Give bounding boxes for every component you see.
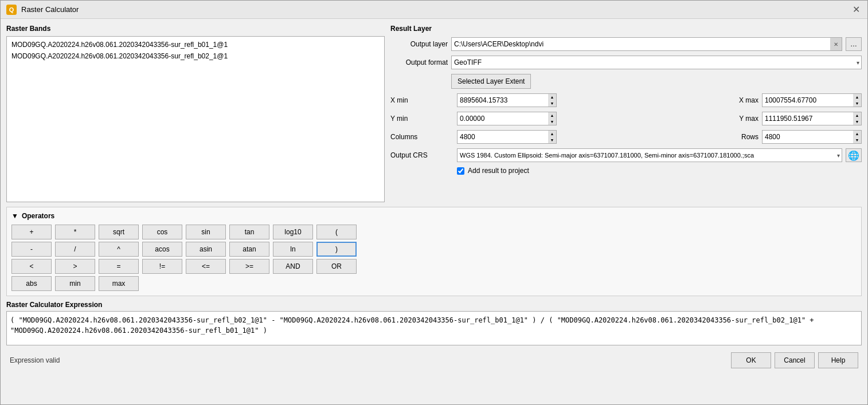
raster-bands-title: Raster Bands	[6, 25, 385, 33]
op-close-paren[interactable]: )	[316, 242, 357, 257]
y-min-down[interactable]: ▼	[548, 119, 556, 125]
titlebar-left: Q Raster Calculator	[6, 5, 79, 15]
rows-arrows: ▲ ▼	[853, 131, 861, 143]
op-tan[interactable]: tan	[229, 225, 269, 239]
x-max-input[interactable]	[763, 95, 853, 105]
operators-row-2: - / ^ acos asin atan ln )	[11, 242, 857, 257]
operators-section: ▼ Operators + * sqrt cos sin tan log10 (…	[6, 207, 862, 296]
output-crs-select[interactable]: WGS 1984. Custom Ellipsoid: Semi-major a…	[457, 148, 842, 162]
columns-arrows: ▲ ▼	[548, 131, 556, 143]
y-min-input[interactable]	[458, 113, 548, 124]
y-max-input[interactable]	[763, 113, 853, 124]
columns-down[interactable]: ▼	[548, 137, 556, 143]
help-button[interactable]: Help	[818, 352, 858, 368]
add-result-label: Add result to project	[468, 167, 529, 175]
expression-title: Raster Calculator Expression	[6, 301, 862, 309]
op-or[interactable]: OR	[316, 259, 357, 274]
op-sqrt[interactable]: sqrt	[99, 225, 139, 239]
op-eq[interactable]: =	[99, 259, 139, 274]
y-min-up[interactable]: ▲	[548, 112, 556, 119]
y-max-down[interactable]: ▼	[853, 119, 861, 125]
output-crs-row: Output CRS WGS 1984. Custom Ellipsoid: S…	[390, 148, 862, 162]
output-format-select[interactable]: GeoTIFF ERDAS Imagine NetCDF	[451, 56, 862, 69]
rows-spinbox: ▲ ▼	[762, 130, 862, 144]
op-power[interactable]: ^	[99, 242, 139, 257]
columns-up[interactable]: ▲	[548, 131, 556, 137]
output-layer-clear-button[interactable]: ✕	[830, 38, 842, 50]
output-crs-label: Output CRS	[390, 151, 453, 159]
raster-bands-list[interactable]: MOD09GQ.A2020224.h26v08.061.202034204335…	[6, 36, 385, 202]
op-multiply[interactable]: *	[55, 225, 95, 239]
op-divide[interactable]: /	[55, 242, 95, 257]
x-min-label: X min	[390, 96, 453, 104]
operators-row-4: abs min max	[11, 276, 857, 291]
op-asin[interactable]: asin	[186, 242, 226, 257]
band-item-1[interactable]: MOD09GQ.A2020224.h26v08.061.202034204335…	[9, 39, 382, 50]
cancel-button[interactable]: Cancel	[775, 352, 815, 368]
operators-title: Operators	[22, 212, 54, 220]
output-format-label: Output format	[390, 58, 448, 66]
op-min[interactable]: min	[55, 276, 95, 291]
op-minus[interactable]: -	[11, 242, 52, 257]
x-min-input[interactable]	[458, 95, 548, 105]
y-min-arrows: ▲ ▼	[548, 112, 556, 125]
output-layer-input-wrapper: ✕	[451, 37, 842, 51]
y-max-label: Y max	[695, 115, 758, 123]
op-gte[interactable]: >=	[229, 259, 269, 274]
op-log10[interactable]: log10	[273, 225, 313, 239]
status-bar: Expression valid OK Cancel Help	[6, 350, 862, 371]
globe-button[interactable]: 🌐	[846, 148, 862, 162]
op-atan[interactable]: atan	[229, 242, 269, 257]
op-sin[interactable]: sin	[186, 225, 226, 239]
op-gt[interactable]: >	[55, 259, 95, 274]
x-max-down[interactable]: ▼	[853, 100, 861, 107]
x-max-up[interactable]: ▲	[853, 94, 861, 100]
status-text: Expression valid	[10, 356, 60, 364]
columns-input[interactable]	[458, 132, 548, 142]
op-neq[interactable]: !=	[142, 259, 182, 274]
columns-label: Columns	[390, 133, 453, 141]
op-and[interactable]: AND	[273, 259, 313, 274]
rows-up[interactable]: ▲	[853, 131, 861, 137]
op-plus[interactable]: +	[11, 225, 52, 239]
x-min-arrows: ▲ ▼	[548, 94, 556, 107]
rows-label: Rows	[695, 133, 758, 141]
add-result-row: Add result to project	[390, 167, 862, 175]
op-max[interactable]: max	[99, 276, 139, 291]
output-layer-browse-button[interactable]: …	[846, 37, 862, 51]
ok-button[interactable]: OK	[731, 352, 771, 368]
op-cos[interactable]: cos	[142, 225, 182, 239]
y-max-up[interactable]: ▲	[853, 112, 861, 119]
selected-layer-extent-button[interactable]: Selected Layer Extent	[451, 74, 531, 89]
op-acos[interactable]: acos	[142, 242, 182, 257]
y-max-arrows: ▲ ▼	[853, 112, 861, 125]
window-title: Raster Calculator	[21, 5, 79, 14]
rows-down[interactable]: ▼	[853, 137, 861, 143]
x-min-down[interactable]: ▼	[548, 100, 556, 107]
band-item-2[interactable]: MOD09GQ.A2020224.h26v08.061.202034204335…	[9, 50, 382, 62]
op-lte[interactable]: <=	[186, 259, 226, 274]
x-max-spinbox: ▲ ▼	[762, 93, 862, 107]
x-min-up[interactable]: ▲	[548, 94, 556, 100]
output-layer-label: Output layer	[390, 40, 448, 48]
output-crs-select-wrapper: WGS 1984. Custom Ellipsoid: Semi-major a…	[457, 148, 842, 162]
op-abs[interactable]: abs	[11, 276, 52, 291]
y-max-spinbox: ▲ ▼	[762, 112, 862, 125]
expression-box[interactable]: ( "MOD09GQ.A2020224.h26v08.061.202034204…	[6, 311, 862, 345]
close-button[interactable]: ✕	[850, 4, 862, 15]
operators-header[interactable]: ▼ Operators	[11, 212, 857, 220]
x-max-label: X max	[695, 96, 758, 104]
op-ln[interactable]: ln	[273, 242, 313, 257]
main-content: Raster Bands MOD09GQ.A2020224.h26v08.061…	[1, 19, 867, 404]
y-min-label: Y min	[390, 115, 453, 123]
output-format-row: Output format GeoTIFF ERDAS Imagine NetC…	[390, 56, 862, 69]
rows-input[interactable]	[763, 132, 853, 142]
op-lt[interactable]: <	[11, 259, 52, 274]
add-result-checkbox[interactable]	[457, 167, 464, 175]
x-extent-row: X min ▲ ▼ X max ▲ ▼	[390, 93, 862, 107]
app-icon: Q	[6, 5, 17, 15]
operators-row-3: < > = != <= >= AND OR	[11, 259, 857, 274]
output-format-select-wrapper: GeoTIFF ERDAS Imagine NetCDF	[451, 56, 862, 69]
op-open-paren[interactable]: (	[316, 225, 357, 239]
output-layer-input[interactable]	[452, 39, 830, 49]
